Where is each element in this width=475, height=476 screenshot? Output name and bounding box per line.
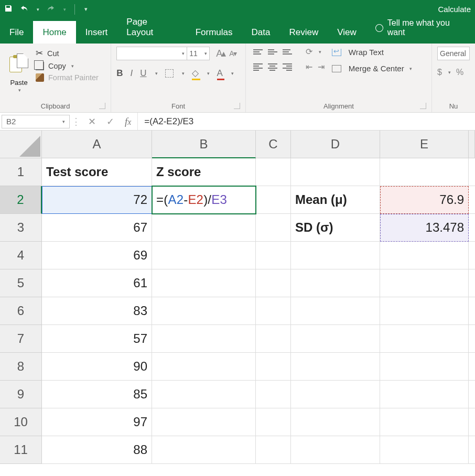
cell-D11[interactable] — [291, 436, 380, 464]
cell-D8[interactable] — [291, 353, 380, 381]
orientation-dropdown-icon[interactable]: ▾ — [319, 49, 321, 55]
insert-function-icon[interactable]: fx — [125, 116, 131, 127]
merge-center-button[interactable]: Merge & Center ▾ — [332, 64, 412, 73]
cell-D9[interactable] — [291, 381, 380, 408]
cell-B7[interactable] — [152, 325, 256, 353]
cell-B5[interactable] — [152, 269, 256, 297]
cell-C7[interactable] — [256, 325, 291, 353]
row-header-7[interactable]: 7 — [0, 325, 42, 353]
cell-F11[interactable] — [469, 436, 475, 464]
dialog-launcher-icon[interactable] — [234, 103, 240, 109]
align-left-icon[interactable] — [253, 63, 263, 71]
cell-C3[interactable] — [256, 214, 291, 242]
cell-D4[interactable] — [291, 242, 380, 269]
row-header-11[interactable]: 11 — [0, 436, 42, 464]
fill-dropdown-icon[interactable]: ▾ — [207, 71, 210, 76]
align-center-icon[interactable] — [268, 63, 277, 71]
name-box-resize[interactable]: ⋮ — [71, 116, 82, 127]
cell-F4[interactable] — [469, 242, 475, 269]
select-all-corner[interactable] — [0, 131, 42, 158]
cell-F3[interactable] — [469, 214, 475, 242]
name-box[interactable]: B2 ▾ — [2, 115, 70, 128]
borders-button[interactable] — [165, 69, 174, 78]
row-header-3[interactable]: 3 — [0, 214, 42, 242]
tab-insert[interactable]: Insert — [76, 21, 117, 44]
cell-C2[interactable] — [256, 186, 291, 214]
save-icon[interactable] — [4, 4, 13, 14]
cell-A4[interactable]: 69 — [42, 242, 152, 269]
tab-formulas[interactable]: Formulas — [186, 21, 242, 44]
cell-E8[interactable] — [380, 353, 469, 381]
underline-button[interactable]: U — [140, 68, 146, 79]
orientation-icon[interactable]: ⟳ — [306, 47, 312, 57]
tab-file[interactable]: File — [0, 21, 33, 44]
col-header-D[interactable]: D — [291, 131, 380, 158]
accounting-format-icon[interactable]: $ — [437, 68, 442, 77]
cell-C6[interactable] — [256, 297, 291, 325]
cell-A3[interactable]: 67 — [42, 214, 152, 242]
merge-dropdown-icon[interactable]: ▾ — [409, 66, 412, 71]
copy-dropdown-icon[interactable]: ▾ — [71, 63, 74, 69]
cell-E10[interactable] — [380, 408, 469, 436]
tab-page-layout[interactable]: Page Layout — [117, 10, 186, 44]
paste-button[interactable]: Paste ▾ — [5, 46, 33, 100]
cell-B3[interactable] — [152, 214, 256, 242]
cell-E4[interactable] — [380, 242, 469, 269]
row-header-9[interactable]: 9 — [0, 381, 42, 408]
cell-A8[interactable]: 90 — [42, 353, 152, 381]
cell-F10[interactable] — [469, 408, 475, 436]
cell-D7[interactable] — [291, 325, 380, 353]
underline-dropdown-icon[interactable]: ▾ — [155, 71, 158, 76]
format-painter-button[interactable]: Format Painter — [36, 73, 99, 82]
tab-home[interactable]: Home — [33, 21, 75, 44]
cell-C4[interactable] — [256, 242, 291, 269]
cell-D1[interactable] — [291, 158, 380, 186]
cell-A7[interactable]: 57 — [42, 325, 152, 353]
increase-font-icon[interactable]: A▴ — [216, 48, 225, 59]
cell-E2[interactable]: 76.9 — [380, 186, 469, 214]
cell-B11[interactable] — [152, 436, 256, 464]
cell-B10[interactable] — [152, 408, 256, 436]
cell-B9[interactable] — [152, 381, 256, 408]
cell-A2[interactable]: 72 — [42, 186, 152, 214]
cell-F1[interactable] — [469, 158, 475, 186]
cell-E11[interactable] — [380, 436, 469, 464]
col-header-C[interactable]: C — [256, 131, 291, 158]
cell-D6[interactable] — [291, 297, 380, 325]
row-header-2[interactable]: 2 — [0, 186, 42, 214]
dialog-launcher-icon[interactable] — [420, 103, 426, 109]
undo-icon[interactable] — [20, 4, 28, 14]
cut-button[interactable]: ✂Cut — [36, 48, 99, 59]
cell-E5[interactable] — [380, 269, 469, 297]
row-header-8[interactable]: 8 — [0, 353, 42, 381]
qat-customize-icon[interactable]: ▾ — [84, 6, 88, 13]
col-header-extra[interactable] — [469, 131, 475, 158]
font-color-dropdown-icon[interactable]: ▾ — [231, 71, 234, 76]
cell-E1[interactable] — [380, 158, 469, 186]
cell-A5[interactable]: 61 — [42, 269, 152, 297]
cell-F2[interactable] — [469, 186, 475, 214]
cell-B1[interactable]: Z score — [152, 158, 256, 186]
cell-F7[interactable] — [469, 325, 475, 353]
cell-C1[interactable] — [256, 158, 291, 186]
wrap-text-button[interactable]: Wrap Text — [332, 48, 412, 57]
cancel-formula-icon[interactable]: ✕ — [88, 116, 96, 127]
cell-F8[interactable] — [469, 353, 475, 381]
cell-A11[interactable]: 88 — [42, 436, 152, 464]
align-bottom-icon[interactable] — [283, 49, 292, 55]
col-header-B[interactable]: B — [152, 131, 256, 158]
spreadsheet-grid[interactable]: A B C D E 1 Test score Z score 2 72 =(A2… — [0, 131, 475, 464]
cell-A1[interactable]: Test score — [42, 158, 152, 186]
borders-dropdown-icon[interactable]: ▾ — [182, 71, 185, 76]
cell-F6[interactable] — [469, 297, 475, 325]
cell-C9[interactable] — [256, 381, 291, 408]
cell-E3[interactable]: 13.478 — [380, 214, 469, 242]
cell-D5[interactable] — [291, 269, 380, 297]
cell-C10[interactable] — [256, 408, 291, 436]
percent-format-icon[interactable]: % — [456, 68, 463, 77]
decrease-indent-icon[interactable]: ⇤ — [306, 62, 312, 72]
increase-indent-icon[interactable]: ⇥ — [318, 62, 325, 72]
cell-F5[interactable] — [469, 269, 475, 297]
row-header-10[interactable]: 10 — [0, 408, 42, 436]
tab-data[interactable]: Data — [242, 21, 280, 44]
